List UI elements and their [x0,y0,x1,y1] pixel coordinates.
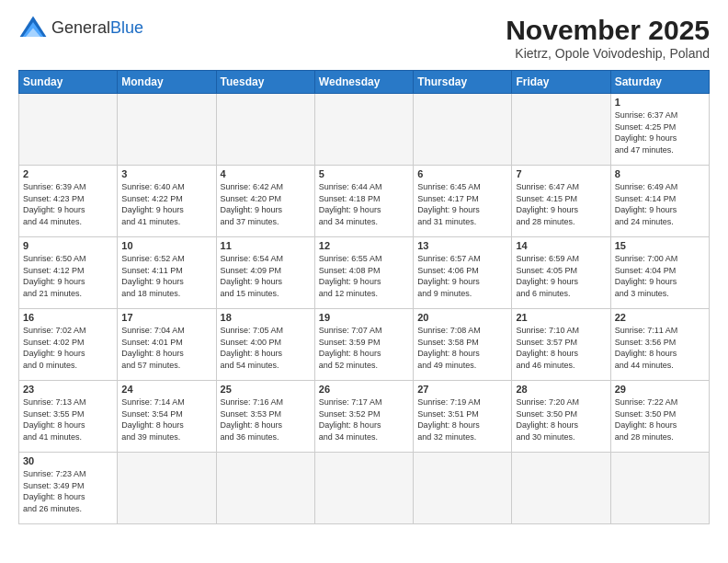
calendar-week-5: 23Sunrise: 7:13 AM Sunset: 3:55 PM Dayli… [19,381,710,453]
day-number: 6 [417,168,507,179]
day-header-saturday: Saturday [610,71,709,94]
day-info: Sunrise: 6:54 AM Sunset: 4:09 PM Dayligh… [221,253,311,299]
day-number: 22 [615,312,705,323]
day-number: 16 [23,312,113,323]
calendar-cell: 13Sunrise: 6:57 AM Sunset: 4:06 PM Dayli… [414,237,512,309]
calendar-cell: 27Sunrise: 7:19 AM Sunset: 3:51 PM Dayli… [414,381,512,453]
day-info: Sunrise: 6:42 AM Sunset: 4:20 PM Dayligh… [221,181,311,227]
header: GeneralBlue November 2025 Kietrz, Opole … [18,15,710,61]
day-info: Sunrise: 7:00 AM Sunset: 4:04 PM Dayligh… [615,253,705,299]
day-info: Sunrise: 7:05 AM Sunset: 4:00 PM Dayligh… [221,325,311,371]
calendar-cell: 16Sunrise: 7:02 AM Sunset: 4:02 PM Dayli… [19,309,118,381]
day-number: 25 [221,384,311,395]
day-info: Sunrise: 7:16 AM Sunset: 3:53 PM Dayligh… [221,396,311,442]
day-info: Sunrise: 7:23 AM Sunset: 3:49 PM Dayligh… [23,468,113,514]
location: Kietrz, Opole Voivodeship, Poland [506,46,710,61]
calendar-cell: 6Sunrise: 6:45 AM Sunset: 4:17 PM Daylig… [414,166,512,237]
calendar-cell: 19Sunrise: 7:07 AM Sunset: 3:59 PM Dayli… [314,309,413,381]
day-number: 27 [417,384,507,395]
day-number: 2 [23,168,113,179]
day-number: 3 [121,168,211,179]
day-info: Sunrise: 6:52 AM Sunset: 4:11 PM Dayligh… [121,253,211,299]
day-number: 11 [221,240,311,251]
day-info: Sunrise: 6:45 AM Sunset: 4:17 PM Dayligh… [417,181,507,227]
day-info: Sunrise: 7:07 AM Sunset: 3:59 PM Dayligh… [319,325,409,371]
day-number: 21 [516,312,606,323]
day-info: Sunrise: 6:50 AM Sunset: 4:12 PM Dayligh… [23,253,113,299]
day-header-thursday: Thursday [414,71,512,94]
calendar-cell [118,453,216,524]
day-info: Sunrise: 7:13 AM Sunset: 3:55 PM Dayligh… [23,396,113,442]
day-info: Sunrise: 7:11 AM Sunset: 3:56 PM Dayligh… [615,325,705,371]
calendar-cell [118,94,216,166]
day-number: 17 [121,312,211,323]
calendar-cell: 23Sunrise: 7:13 AM Sunset: 3:55 PM Dayli… [19,381,118,453]
calendar-cell [512,94,610,166]
day-info: Sunrise: 7:17 AM Sunset: 3:52 PM Dayligh… [319,396,409,442]
day-header-tuesday: Tuesday [216,71,314,94]
calendar-cell: 22Sunrise: 7:11 AM Sunset: 3:56 PM Dayli… [610,309,709,381]
calendar-cell [314,94,413,166]
day-info: Sunrise: 7:02 AM Sunset: 4:02 PM Dayligh… [23,325,113,371]
calendar-week-3: 9Sunrise: 6:50 AM Sunset: 4:12 PM Daylig… [19,237,710,309]
day-info: Sunrise: 6:59 AM Sunset: 4:05 PM Dayligh… [516,253,606,299]
calendar-cell [414,94,512,166]
calendar-cell: 17Sunrise: 7:04 AM Sunset: 4:01 PM Dayli… [118,309,216,381]
calendar-cell [414,453,512,524]
day-number: 4 [221,168,311,179]
calendar-cell: 30Sunrise: 7:23 AM Sunset: 3:49 PM Dayli… [19,453,118,524]
logo-general: General [51,18,110,37]
calendar-cell: 5Sunrise: 6:44 AM Sunset: 4:18 PM Daylig… [314,166,413,237]
calendar-week-1: 1Sunrise: 6:37 AM Sunset: 4:25 PM Daylig… [19,94,710,166]
day-info: Sunrise: 7:08 AM Sunset: 3:58 PM Dayligh… [417,325,507,371]
title-section: November 2025 Kietrz, Opole Voivodeship,… [506,15,710,61]
day-info: Sunrise: 6:47 AM Sunset: 4:15 PM Dayligh… [516,181,606,227]
month-title: November 2025 [506,15,710,46]
day-info: Sunrise: 6:44 AM Sunset: 4:18 PM Dayligh… [319,181,409,227]
calendar-cell [314,453,413,524]
day-number: 1 [615,97,705,108]
page: GeneralBlue November 2025 Kietrz, Opole … [0,0,728,534]
day-info: Sunrise: 6:57 AM Sunset: 4:06 PM Dayligh… [417,253,507,299]
logo: GeneralBlue [18,15,143,40]
calendar-week-4: 16Sunrise: 7:02 AM Sunset: 4:02 PM Dayli… [19,309,710,381]
calendar-cell: 14Sunrise: 6:59 AM Sunset: 4:05 PM Dayli… [512,237,610,309]
day-info: Sunrise: 6:49 AM Sunset: 4:14 PM Dayligh… [615,181,705,227]
day-number: 14 [516,240,606,251]
day-number: 19 [319,312,409,323]
day-number: 28 [516,384,606,395]
day-number: 9 [23,240,113,251]
calendar-cell: 12Sunrise: 6:55 AM Sunset: 4:08 PM Dayli… [314,237,413,309]
day-number: 26 [319,384,409,395]
logo-blue: Blue [110,18,143,37]
calendar-table: SundayMondayTuesdayWednesdayThursdayFrid… [18,70,710,524]
day-number: 23 [23,384,113,395]
day-info: Sunrise: 7:10 AM Sunset: 3:57 PM Dayligh… [516,325,606,371]
calendar-cell: 24Sunrise: 7:14 AM Sunset: 3:54 PM Dayli… [118,381,216,453]
calendar-header-row: SundayMondayTuesdayWednesdayThursdayFrid… [19,71,710,94]
calendar-cell: 26Sunrise: 7:17 AM Sunset: 3:52 PM Dayli… [314,381,413,453]
calendar-cell [216,453,314,524]
calendar-cell [512,453,610,524]
day-number: 13 [417,240,507,251]
calendar-cell: 3Sunrise: 6:40 AM Sunset: 4:22 PM Daylig… [118,166,216,237]
day-header-sunday: Sunday [19,71,118,94]
calendar-cell: 21Sunrise: 7:10 AM Sunset: 3:57 PM Dayli… [512,309,610,381]
day-info: Sunrise: 7:20 AM Sunset: 3:50 PM Dayligh… [516,396,606,442]
day-number: 30 [23,455,113,466]
day-header-monday: Monday [118,71,216,94]
calendar-cell: 20Sunrise: 7:08 AM Sunset: 3:58 PM Dayli… [414,309,512,381]
day-info: Sunrise: 7:22 AM Sunset: 3:50 PM Dayligh… [615,396,705,442]
day-number: 24 [121,384,211,395]
day-header-wednesday: Wednesday [314,71,413,94]
logo-text: GeneralBlue [51,19,143,37]
day-info: Sunrise: 7:19 AM Sunset: 3:51 PM Dayligh… [417,396,507,442]
calendar-cell [19,94,118,166]
day-number: 10 [121,240,211,251]
calendar-cell: 10Sunrise: 6:52 AM Sunset: 4:11 PM Dayli… [118,237,216,309]
day-info: Sunrise: 6:37 AM Sunset: 4:25 PM Dayligh… [615,109,705,155]
day-number: 20 [417,312,507,323]
day-info: Sunrise: 6:55 AM Sunset: 4:08 PM Dayligh… [319,253,409,299]
calendar-cell: 25Sunrise: 7:16 AM Sunset: 3:53 PM Dayli… [216,381,314,453]
calendar-week-2: 2Sunrise: 6:39 AM Sunset: 4:23 PM Daylig… [19,166,710,237]
